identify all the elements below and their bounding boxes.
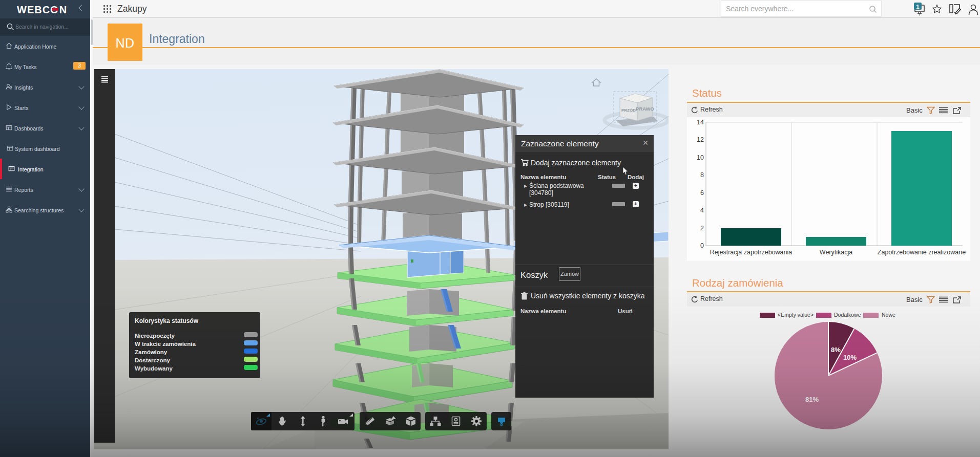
svg-text:8%: 8% [831,346,841,354]
svg-text:2: 2 [700,225,704,232]
svg-text:12: 12 [697,136,704,143]
svg-text:6: 6 [700,189,704,197]
svg-text:10%: 10% [843,354,857,361]
svg-text:8: 8 [700,171,704,179]
svg-text:10: 10 [697,154,704,161]
svg-text:Rejestracja zapotrzebowania: Rejestracja zapotrzebowania [710,249,793,256]
svg-text:14: 14 [697,119,704,126]
svg-text:Zapotrzebowanie zrealizowane: Zapotrzebowanie zrealizowane [878,249,966,256]
svg-text:1: 1 [916,4,920,10]
svg-text:PRAWO: PRAWO [636,106,654,112]
svg-text:PRZÓD: PRZÓD [621,108,636,113]
svg-text:Weryfikacja: Weryfikacja [820,249,852,256]
svg-text:81%: 81% [805,396,819,403]
svg-text:0: 0 [700,242,704,249]
svg-text:4: 4 [700,207,704,214]
